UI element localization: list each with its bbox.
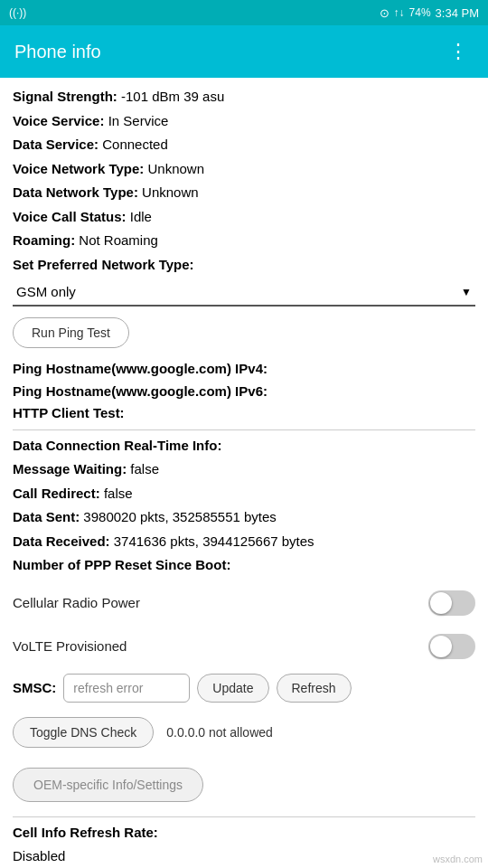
status-bar-left-icons: ((·)) <box>9 6 26 19</box>
data-network-label: Data Network Type: <box>13 184 138 200</box>
run-ping-test-button[interactable]: Run Ping Test <box>13 317 129 348</box>
cellular-radio-row: Cellular Radio Power <box>13 580 475 623</box>
data-received-label: Data Received: <box>13 533 110 549</box>
dropdown-selected-value: GSM only <box>16 284 76 299</box>
roaming-row: Roaming: Not Roaming <box>13 231 475 251</box>
smsc-update-button[interactable]: Update <box>197 674 268 703</box>
voice-network-row: Voice Network Type: Unknown <box>13 159 475 180</box>
data-service-value: Connected <box>102 137 168 152</box>
cell-info-refresh-row: Cell Info Refresh Rate: <box>13 823 475 844</box>
roaming-label: Roaming: <box>13 232 75 248</box>
ppp-reset-label: Number of PPP Reset Since Boot: <box>13 557 230 572</box>
divider-2 <box>13 816 475 817</box>
dns-row: Toggle DNS Check 0.0.0.0 not allowed <box>13 710 475 757</box>
data-received-row: Data Received: 3741636 pkts, 3944125667 … <box>13 532 475 552</box>
data-service-label: Data Service: <box>13 137 99 152</box>
smsc-row: SMSC: Update Refresh <box>13 666 475 710</box>
toggle-dns-check-button[interactable]: Toggle DNS Check <box>13 717 154 748</box>
data-service-row: Data Service: Connected <box>13 135 475 156</box>
data-sent-row: Data Sent: 3980020 pkts, 352585551 bytes <box>13 507 475 528</box>
ping-ipv4-row: Ping Hostname(www.google.com) IPv4: <box>13 359 475 380</box>
data-conn-realtime-label: Data Connection Real-Time Info: <box>13 438 221 453</box>
voice-call-row: Voice Call Status: Idle <box>13 207 475 228</box>
call-redirect-value: false <box>104 486 133 501</box>
set-pref-label-row: Set Preferred Network Type: <box>13 255 475 276</box>
data-sent-label: Data Sent: <box>13 509 80 524</box>
volte-label: VoLTE Provisioned <box>13 638 127 654</box>
voice-network-label: Voice Network Type: <box>13 161 144 176</box>
signal-strength-value: -101 dBm 39 asu <box>121 89 224 104</box>
status-bar-right: ⊙ ↑↓ 74% 3:34 PM <box>380 6 479 20</box>
dns-note: 0.0.0.0 not allowed <box>166 725 273 740</box>
signal-icon: ⊙ <box>380 6 389 20</box>
ping-ipv6-row: Ping Hostname(www.google.com) IPv6: <box>13 382 475 402</box>
cellular-radio-toggle[interactable] <box>428 590 475 616</box>
call-redirect-row: Call Redirect: false <box>13 484 475 505</box>
http-client-label: HTTP Client Test: <box>13 405 125 420</box>
app-bar: Phone info ⋮ <box>0 25 488 78</box>
call-redirect-label: Call Redirect: <box>13 486 100 501</box>
status-bar: ((·)) ⊙ ↑↓ 74% 3:34 PM <box>0 0 488 25</box>
more-options-button[interactable]: ⋮ <box>443 34 474 69</box>
set-pref-label: Set Preferred Network Type: <box>13 257 194 272</box>
voice-call-value: Idle <box>130 209 152 224</box>
ping-ipv4-label: Ping Hostname(www.google.com) IPv4: <box>13 361 267 376</box>
voice-service-row: Voice Service: In Service <box>13 111 475 132</box>
data-conn-realtime-row: Data Connection Real-Time Info: <box>13 436 475 457</box>
network-icon: ↑↓ <box>394 6 405 19</box>
volte-knob <box>430 636 452 657</box>
voice-service-value: In Service <box>108 113 169 128</box>
signal-strength-row: Signal Strength: -101 dBm 39 asu <box>13 87 475 108</box>
cellular-radio-knob <box>430 592 452 614</box>
msg-waiting-row: Message Waiting: false <box>13 459 475 480</box>
volte-row: VoLTE Provisioned <box>13 623 475 666</box>
page-title: Phone info <box>14 42 101 62</box>
data-sent-value: 3980020 pkts, 352585551 bytes <box>83 509 277 524</box>
watermark: wsxdn.com <box>433 854 483 864</box>
smsc-label: SMSC: <box>13 680 56 695</box>
smsc-refresh-button[interactable]: Refresh <box>277 674 352 703</box>
cell-info-refresh-value: Disabled <box>13 848 65 863</box>
voice-network-value: Unknown <box>147 161 204 176</box>
data-network-value: Unknown <box>142 184 199 200</box>
roaming-value: Not Roaming <box>79 232 158 248</box>
smsc-input[interactable] <box>63 674 190 703</box>
chevron-down-icon: ▼ <box>461 286 472 298</box>
cell-info-refresh-label: Cell Info Refresh Rate: <box>13 825 158 840</box>
battery-level: 74% <box>409 6 431 19</box>
ping-ipv6-label: Ping Hostname(www.google.com) IPv6: <box>13 383 267 399</box>
wifi-icon: ((·)) <box>9 6 26 19</box>
content-area: Signal Strength: -101 dBm 39 asu Voice S… <box>0 78 488 868</box>
http-client-row: HTTP Client Test: <box>13 403 475 424</box>
time-display: 3:34 PM <box>436 6 479 20</box>
voice-call-label: Voice Call Status: <box>13 209 127 224</box>
voice-service-label: Voice Service: <box>13 113 104 128</box>
cellular-radio-label: Cellular Radio Power <box>13 595 140 610</box>
network-type-dropdown[interactable]: GSM only ▼ <box>13 278 475 307</box>
ppp-reset-row: Number of PPP Reset Since Boot: <box>13 555 475 576</box>
data-network-row: Data Network Type: Unknown <box>13 183 475 203</box>
data-received-value: 3741636 pkts, 3944125667 bytes <box>114 533 314 549</box>
volte-toggle[interactable] <box>428 634 475 659</box>
cell-info-refresh-value-row: Disabled <box>13 846 475 867</box>
divider-1 <box>13 429 475 430</box>
oem-settings-button[interactable]: OEM-specific Info/Settings <box>13 768 203 802</box>
signal-strength-label: Signal Strength: <box>13 89 117 104</box>
msg-waiting-label: Message Waiting: <box>13 461 127 476</box>
msg-waiting-value: false <box>130 461 159 476</box>
